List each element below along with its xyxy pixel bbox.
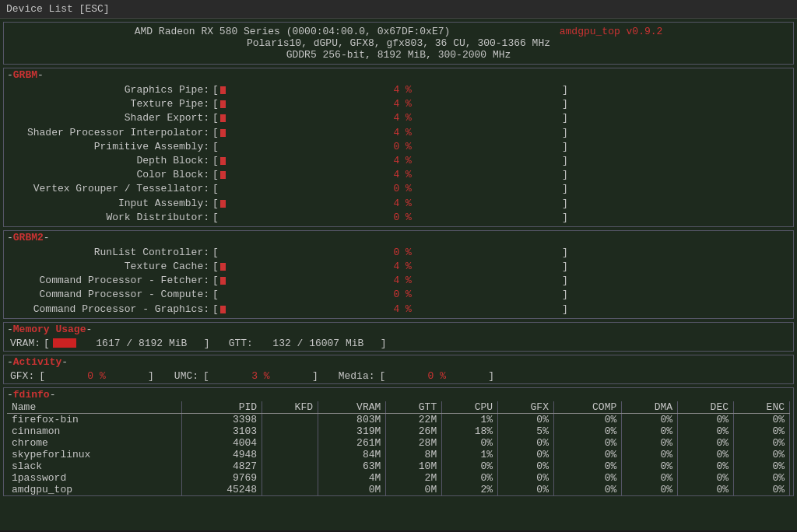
title-bar: Device List [ESC] [0,0,797,19]
table-cell: 1% [442,413,498,425]
table-cell: 0% [678,460,734,472]
table-cell: 0% [734,425,790,437]
umc-value: 3 % [214,370,307,382]
metric-value: 4 % [376,83,415,97]
metric-value: 4 % [376,111,415,125]
activity-row: GFX: [ 0 % ] UMC: [ 3 % ] Media: [ 0 % ] [4,369,793,383]
metric-row: Command Processor - Graphics: [ 4 % ] [10,303,787,317]
bar-area [220,276,376,285]
table-cell: 0% [553,413,621,425]
table-cell: 84M [318,449,386,460]
table-cell: 0% [498,460,554,472]
metric-row: RunList Controller: [ 0 % ] [10,246,787,260]
table-cell: 0% [553,437,621,449]
table-cell: 0% [553,425,621,437]
metric-value: 4 % [376,303,415,317]
vram-row: VRAM: [ 1617 / 8192 MiB ] GTT: 132 / 160… [4,336,793,351]
metric-value: 0 % [376,211,415,225]
metric-row: Command Processor - Fetcher: [ 4 % ] [10,274,787,288]
column-header: GTT [386,401,442,414]
table-cell: 63M [318,460,386,472]
metric-label: Shader Export: [10,111,212,125]
vram-bar [53,338,76,348]
bar-area [220,184,376,194]
table-cell: 0% [734,437,790,449]
metric-row: Texture Pipe: [ 4 % ] [10,97,787,111]
metric-value: 4 % [376,260,415,274]
metric-label: Command Processor - Compute: [10,288,212,302]
metric-row: Color Block: [ 4 % ] [10,168,787,182]
table-cell: 0% [553,460,621,472]
metric-row: Texture Cache: [ 4 % ] [10,260,787,274]
metric-label: Texture Cache: [10,260,212,274]
header-section: AMD Radeon RX 580 Series (0000:04:00.0, … [3,22,794,65]
bar-fill [220,129,226,137]
column-header: KFD [262,401,318,414]
table-cell: 0% [678,484,734,495]
bar-area [220,291,376,300]
table-cell: 0% [622,484,678,495]
metric-label: Vertex Grouper / Tessellator: [10,182,212,196]
bar-area [220,156,376,166]
column-header: Name [7,401,182,414]
table-cell: 5% [498,425,554,437]
activity-label: Activity [13,356,61,368]
umc-label: UMC: [174,370,198,382]
table-cell: 18% [442,425,498,437]
table-cell: amdgpu_top [7,484,182,495]
table-cell: 26M [386,425,442,437]
main-content: AMD Radeon RX 580 Series (0000:04:00.0, … [0,19,797,530]
table-cell [262,437,318,449]
table-cell: 0% [622,425,678,437]
table-cell: 0% [678,449,734,460]
table-cell: 0% [734,449,790,460]
table-cell: 0% [498,413,554,425]
bar-area [220,199,376,208]
table-cell: 0% [442,437,498,449]
column-header: COMP [553,401,621,414]
table-cell: 0% [678,437,734,449]
table-cell [262,449,318,460]
table-cell: 0% [442,472,498,484]
table-cell: 9769 [182,472,262,484]
column-header: CPU [442,401,498,414]
app-name-text: amdgpu_top v0.9.2 [560,26,663,37]
table-cell: 3103 [182,425,262,437]
vram-text: 1617 / 8192 MiB [79,338,204,349]
table-cell [262,413,318,425]
metric-value: 0 % [376,246,415,260]
metric-row: Work Distributor: [ 0 % ] [10,211,787,225]
table-cell: 0% [622,437,678,449]
metric-row: Command Processor - Compute: [ 0 % ] [10,288,787,302]
media-value: 0 % [390,370,483,382]
metric-value: 0 % [376,140,415,154]
metric-label: Work Distributor: [10,211,212,225]
metric-label: Color Block: [10,168,212,182]
table-cell: 0% [622,413,678,425]
table-row: slack482763M10M0%0%0%0%0%0% [7,460,790,472]
table-cell: 0% [678,413,734,425]
metric-value: 4 % [376,154,415,168]
table-cell: 4M [318,472,386,484]
table-cell: 4948 [182,449,262,460]
metric-value: 0 % [376,182,415,196]
metric-row: Graphics Pipe: [ 4 % ] [10,83,787,97]
metric-row: Shader Export: [ 4 % ] [10,111,787,125]
bar-area [220,305,376,314]
grbm-section: - GRBM - Graphics Pipe: [ 4 % ] Texture … [3,68,794,227]
bar-area [220,128,376,138]
media-label: Media: [339,370,375,382]
table-cell: 28M [386,437,442,449]
column-header: DMA [622,401,678,414]
table-cell: 0% [498,484,554,495]
table-cell: 0% [498,472,554,484]
table-row: amdgpu_top452480M0M2%0%0%0%0%0% [7,484,790,495]
column-header: PID [182,401,262,414]
metric-label: Depth Block: [10,154,212,168]
table-cell: 3398 [182,413,262,425]
grbm2-label: GRBM2 [13,232,44,243]
title-bar-label: Device List [ESC] [6,3,110,15]
bar-fill [220,171,226,179]
bar-fill [220,114,226,122]
table-cell: 4827 [182,460,262,472]
